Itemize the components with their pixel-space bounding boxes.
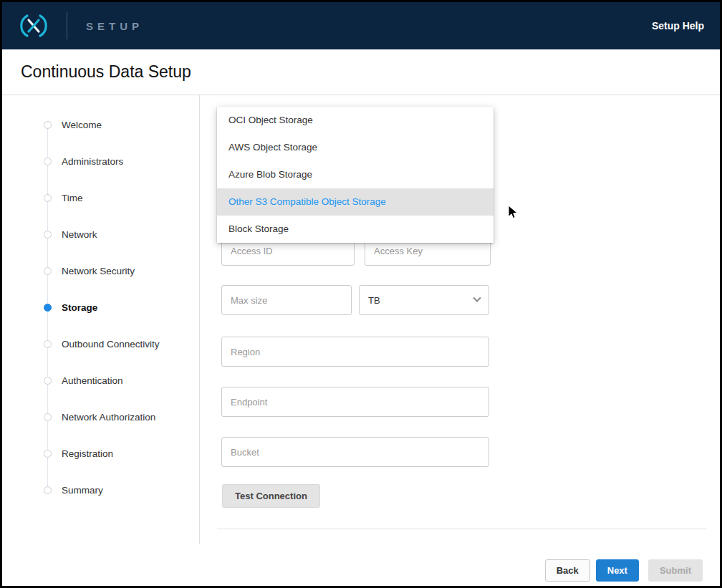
setup-brand-label: SETUP (86, 20, 143, 32)
page-title: Continuous Data Setup (21, 62, 191, 82)
step-circle-icon (44, 486, 52, 494)
stepper-item-summary[interactable]: Summary (44, 472, 196, 509)
size-unit-select[interactable]: TB (359, 285, 489, 315)
stepper-item-administrators[interactable]: Administrators (44, 143, 196, 180)
dropdown-option[interactable]: Block Storage (217, 216, 494, 243)
top-bar: SETUP Setup Help (2, 2, 720, 49)
size-unit-value: TB (368, 295, 380, 306)
mouse-cursor-icon (508, 205, 519, 223)
stepper-item-registration[interactable]: Registration (44, 435, 196, 472)
endpoint-input[interactable] (221, 387, 489, 417)
step-label: Welcome (62, 120, 102, 130)
stepper-item-network-security[interactable]: Network Security (44, 253, 196, 289)
step-circle-icon (44, 194, 52, 202)
step-circle-icon (44, 413, 52, 421)
bucket-input[interactable] (221, 437, 489, 467)
setup-help-link[interactable]: Setup Help (652, 20, 704, 32)
test-connection-button[interactable]: Test Connection (222, 484, 320, 508)
dropdown-option[interactable]: Azure Blob Storage (217, 161, 494, 188)
step-label: Network (62, 229, 97, 240)
step-circle-icon (44, 158, 52, 165)
dropdown-option[interactable]: Other S3 Compatible Object Storage (217, 188, 494, 216)
content-vertical-divider (199, 95, 200, 544)
max-size-input[interactable] (221, 285, 352, 315)
topbar-divider (67, 12, 67, 39)
stepper-item-outbound-connectivity[interactable]: Outbound Connectivity (44, 326, 196, 362)
title-bar: Continuous Data Setup (2, 49, 720, 95)
stepper-item-welcome[interactable]: Welcome (44, 107, 196, 143)
step-label: Outbound Connectivity (62, 339, 160, 350)
step-circle-icon (44, 304, 52, 312)
dropdown-option[interactable]: OCI Object Storage (217, 107, 494, 134)
step-circle-icon (44, 231, 52, 238)
stepper-item-network[interactable]: Network (44, 216, 196, 253)
wizard-footer-buttons: Back Next Submit (545, 559, 703, 582)
step-label: Network Authorization (62, 412, 155, 423)
stepper-item-storage[interactable]: Storage (44, 289, 196, 326)
step-label: Authentication (62, 375, 123, 386)
back-button[interactable]: Back (545, 559, 590, 582)
delphix-logo-icon (16, 14, 51, 38)
step-label: Storage (62, 302, 97, 313)
step-circle-icon (44, 340, 52, 348)
step-label: Network Security (62, 266, 135, 276)
step-circle-icon (44, 377, 52, 385)
step-label: Time (62, 193, 83, 203)
stepper-item-network-authorization[interactable]: Network Authorization (44, 399, 196, 435)
step-circle-icon (44, 450, 52, 458)
step-circle-icon (44, 121, 52, 129)
content-horizontal-divider (217, 529, 707, 529)
step-label: Administrators (62, 156, 123, 167)
storage-type-dropdown-menu: OCI Object StorageAWS Object StorageAzur… (217, 107, 494, 243)
submit-button[interactable]: Submit (648, 559, 703, 582)
dropdown-option[interactable]: AWS Object Storage (217, 134, 494, 161)
next-button[interactable]: Next (596, 559, 639, 582)
setup-stepper: WelcomeAdministratorsTimeNetworkNetwork … (44, 107, 196, 509)
setup-wizard-window: SETUP Setup Help Continuous Data Setup W… (0, 0, 722, 588)
step-label: Registration (62, 448, 113, 459)
stepper-item-authentication[interactable]: Authentication (44, 362, 196, 399)
step-circle-icon (44, 267, 52, 275)
region-input[interactable] (221, 337, 489, 367)
stepper-item-time[interactable]: Time (44, 180, 196, 216)
chevron-down-icon (473, 294, 481, 302)
step-label: Summary (62, 485, 103, 496)
